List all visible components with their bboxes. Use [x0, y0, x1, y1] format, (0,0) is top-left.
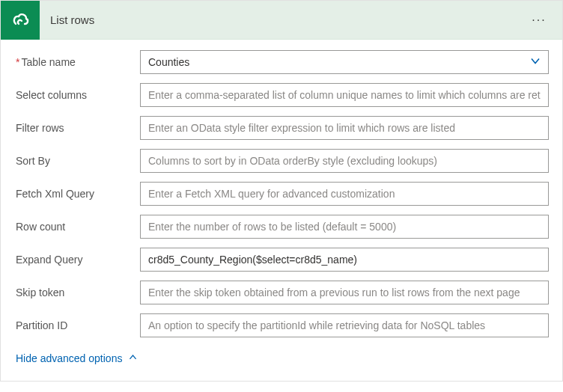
hide-advanced-label: Hide advanced options — [16, 352, 122, 364]
filter-rows-input[interactable] — [140, 116, 549, 140]
label-sort-by: Sort By — [14, 155, 140, 167]
select-columns-input[interactable] — [140, 83, 549, 107]
expand-query-input[interactable] — [140, 248, 549, 272]
row-expand-query: Expand Query — [14, 248, 549, 272]
sort-by-input[interactable] — [140, 149, 549, 173]
partition-id-input[interactable] — [140, 313, 549, 337]
hide-advanced-link[interactable]: Hide advanced options — [16, 352, 138, 364]
label-table-name: *Table name — [14, 56, 140, 68]
more-menu-button[interactable]: ··· — [528, 13, 550, 27]
row-filter-rows: Filter rows — [14, 116, 549, 140]
dataverse-icon — [1, 1, 40, 40]
table-name-select[interactable]: Counties — [140, 50, 549, 74]
row-select-columns: Select columns — [14, 83, 549, 107]
label-skip-token: Skip token — [14, 287, 140, 298]
action-card: List rows ··· *Table name Counties Selec… — [0, 0, 563, 382]
chevron-up-icon — [128, 352, 138, 364]
row-fetch-xml: Fetch Xml Query — [14, 182, 549, 206]
label-select-columns: Select columns — [14, 89, 140, 101]
card-header: List rows ··· — [1, 1, 562, 40]
row-row-count: Row count — [14, 215, 549, 239]
label-filter-rows: Filter rows — [14, 122, 140, 134]
fetch-xml-input[interactable] — [140, 182, 549, 206]
row-skip-token: Skip token — [14, 281, 549, 304]
label-fetch-xml: Fetch Xml Query — [14, 188, 140, 200]
form-area: *Table name Counties Select columns Filt… — [1, 40, 562, 381]
label-row-count: Row count — [14, 221, 140, 233]
card-title: List rows — [50, 13, 528, 26]
skip-token-input[interactable] — [140, 281, 549, 304]
label-expand-query: Expand Query — [14, 254, 140, 266]
row-table-name: *Table name Counties — [14, 50, 549, 74]
row-partition-id: Partition ID — [14, 313, 549, 337]
row-sort-by: Sort By — [14, 149, 549, 173]
label-partition-id: Partition ID — [14, 319, 140, 331]
row-count-input[interactable] — [140, 215, 549, 239]
